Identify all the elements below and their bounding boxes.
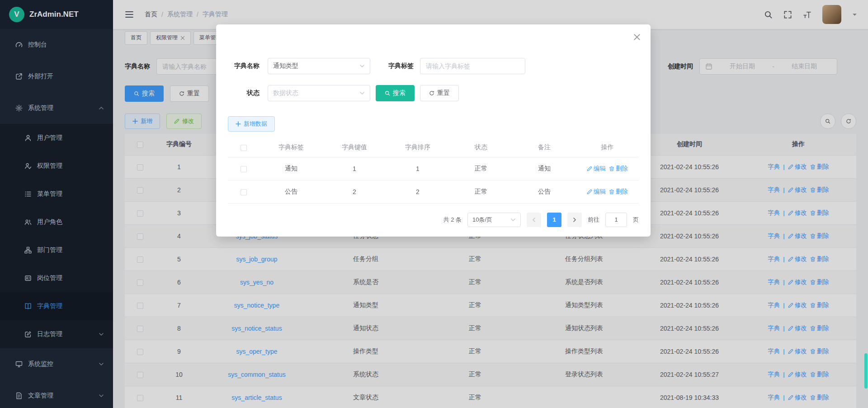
page-number-button[interactable]: 1 (547, 213, 561, 227)
delete-link[interactable]: 删除 (609, 188, 628, 196)
select-all-checkbox[interactable] (241, 145, 247, 151)
status-label: 状态 (228, 89, 259, 97)
chevron-down-icon (359, 63, 365, 69)
add-data-button[interactable]: 新增数据 (228, 116, 275, 132)
chevron-down-icon (510, 217, 516, 223)
page-unit-label: 页 (633, 216, 639, 224)
pagination: 共 2 条 10条/页 1 前往 页 (228, 213, 639, 227)
search-icon (385, 90, 390, 96)
row-checkbox[interactable] (241, 189, 247, 195)
chevron-left-icon (531, 217, 537, 223)
pencil-icon (587, 166, 592, 171)
col-dict-label: 字典标签 (259, 138, 323, 157)
goto-page-input[interactable] (605, 213, 627, 227)
close-icon[interactable] (633, 33, 641, 41)
page-size-select[interactable]: 10条/页 (467, 213, 521, 227)
prev-page-button[interactable] (527, 213, 541, 227)
dialog-table-header-row: 字典标签 字典键值 字典排序 状态 备注 操作 (228, 138, 639, 157)
edit-link[interactable]: 编辑 (587, 188, 606, 196)
delete-link[interactable]: 删除 (609, 165, 628, 173)
dict-label-input[interactable] (420, 58, 525, 74)
status-select[interactable]: 数据状态 (268, 85, 370, 101)
dict-data-dialog: 字典名称 通知类型 字典标签 状态 数据状态 搜索 重置 新增数据 (216, 24, 651, 237)
chevron-down-icon (359, 90, 365, 96)
dialog-search-button[interactable]: 搜索 (376, 85, 415, 101)
trash-icon (609, 166, 614, 171)
goto-label: 前往 (588, 216, 599, 224)
col-actions: 操作 (576, 138, 639, 157)
dialog-filter-row-1: 字典名称 通知类型 字典标签 (228, 58, 639, 74)
col-dict-sort: 字典排序 (386, 138, 449, 157)
row-checkbox[interactable] (241, 166, 247, 172)
dict-data-table: 字典标签 字典键值 字典排序 状态 备注 操作 通知 1 1 正常 通知 编辑删… (228, 138, 639, 204)
plus-icon (236, 121, 241, 127)
dialog-table-row: 公告 2 2 正常 公告 编辑删除 (228, 180, 639, 203)
dict-name-label: 字典名称 (228, 62, 259, 70)
scrollbar-thumb[interactable] (864, 353, 868, 389)
dialog-toolbar: 新增数据 (228, 116, 639, 132)
dialog-filter-row-2: 状态 数据状态 搜索 重置 (228, 85, 639, 101)
refresh-icon (429, 90, 434, 96)
edit-link[interactable]: 编辑 (587, 165, 606, 173)
dict-label-label: 字典标签 (379, 62, 414, 70)
col-status: 状态 (449, 138, 513, 157)
next-page-button[interactable] (567, 213, 582, 227)
dialog-reset-button[interactable]: 重置 (420, 85, 459, 101)
pagination-total: 共 2 条 (443, 216, 462, 224)
col-remark: 备注 (513, 138, 576, 157)
pencil-icon (587, 189, 592, 195)
trash-icon (609, 189, 614, 195)
dialog-table-row: 通知 1 1 正常 通知 编辑删除 (228, 157, 639, 180)
col-dict-key: 字典键值 (323, 138, 386, 157)
chevron-right-icon (572, 217, 577, 223)
dict-name-select[interactable]: 通知类型 (268, 58, 370, 74)
